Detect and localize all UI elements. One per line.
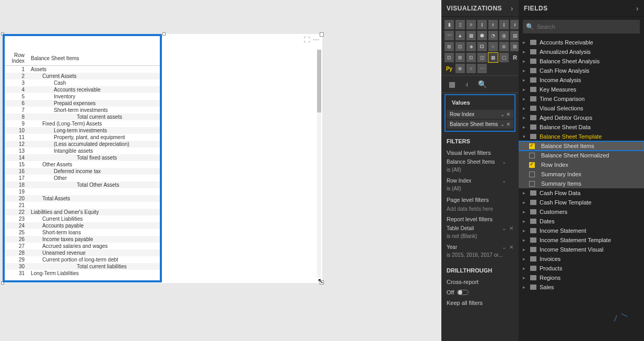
table-balance-sheet-data[interactable]: ▸Balance Sheet Data	[519, 122, 644, 132]
remove-icon[interactable]: ✕	[506, 111, 510, 117]
viz-type-icon[interactable]: ⊕	[455, 64, 465, 73]
viz-type-icon[interactable]: ▲	[455, 31, 465, 40]
table-row[interactable]: 28Unearned revenue	[5, 249, 160, 256]
viz-type-icon[interactable]: ▮	[444, 20, 454, 29]
viz-type-icon[interactable]: ◈	[466, 42, 476, 51]
table-visual-selections[interactable]: ▸Visual Selections	[519, 104, 644, 113]
fields-panel-header[interactable]: FIELDS ›	[519, 0, 644, 17]
checkbox[interactable]	[529, 181, 535, 187]
well-balance-sheet-items[interactable]: Balance Sheet Items ⌄ ✕	[447, 120, 513, 129]
expand-icon[interactable]: ⌄	[502, 159, 506, 165]
viz-type-icon[interactable]: ⊞	[455, 53, 465, 62]
viz-type-icon[interactable]: ⊡	[444, 53, 454, 62]
remove-icon[interactable]: ✕	[509, 225, 513, 231]
viz-type-icon[interactable]: ▦	[488, 53, 498, 62]
viz-type-icon[interactable]: ⫿	[499, 20, 509, 29]
viz-type-icon[interactable]: ◔	[488, 31, 498, 40]
collapse-icon[interactable]: ›	[511, 0, 513, 17]
viz-panel-header[interactable]: VISUALIZATIONS ›	[441, 0, 519, 17]
checkbox[interactable]	[529, 172, 535, 177]
fields-tab-icon[interactable]: ▦	[449, 80, 455, 88]
viz-type-icon[interactable]: ▦	[466, 31, 476, 40]
viz-type-icon[interactable]: ○	[488, 42, 498, 51]
table-row[interactable]: 17Other	[5, 175, 160, 181]
well-row-index[interactable]: Row Index ⌄ ✕	[447, 110, 513, 119]
well-menu[interactable]: ⌄ ✕	[500, 111, 510, 117]
table-row[interactable]: 20Total Assets	[5, 195, 160, 202]
table-row[interactable]: 13Intangible assets	[5, 147, 160, 154]
add-fields-placeholder[interactable]: Add data fields here	[441, 204, 519, 214]
viz-type-icon[interactable]: ▢	[499, 53, 509, 62]
viz-type-icon[interactable]: ⊡	[455, 42, 465, 51]
table-regions[interactable]: ▸Regions	[519, 273, 644, 282]
viz-type-icon[interactable]: ⊚	[499, 42, 509, 51]
resize-handle[interactable]	[162, 32, 166, 36]
table-row[interactable]: 31Long-Term Liabilities	[5, 270, 160, 277]
viz-type-icon[interactable]: ◍	[499, 31, 509, 40]
filter-year[interactable]: Year ⌄ ✕	[441, 242, 519, 252]
table-annualized-analysis[interactable]: ▸Annualized Analysis	[519, 47, 644, 56]
filter-row-index[interactable]: Row Index ⌄	[441, 176, 519, 186]
toggle-switch[interactable]	[457, 290, 469, 295]
remove-icon[interactable]: ✕	[506, 121, 510, 127]
table-income-statement[interactable]: ▸Income Statement	[519, 226, 644, 235]
table-sales[interactable]: ▸Sales	[519, 282, 644, 292]
table-row[interactable]: 14Total fixed assets	[5, 154, 160, 161]
table-row[interactable]: 16Deferred income tax	[5, 168, 160, 175]
checkbox[interactable]	[529, 143, 535, 149]
viz-type-icon[interactable]: ⬢	[477, 31, 487, 40]
format-tab-icon[interactable]: ⫞	[465, 80, 469, 88]
viz-type-icon[interactable]: 〰	[444, 31, 454, 40]
table-income-analysis[interactable]: ▸Income Analysis	[519, 75, 644, 85]
table-row[interactable]: 29Current portion of long-term debt	[5, 256, 160, 263]
table-row[interactable]: 7Short-term investments	[5, 107, 160, 113]
expand-icon[interactable]: ⌄	[502, 225, 506, 231]
table-row[interactable]: 22Liabilities and Owner's Equity	[5, 209, 160, 215]
viz-type-icon[interactable]: Py	[444, 64, 454, 73]
table-row[interactable]: 2Current Assets	[5, 73, 160, 79]
field-balance-sheet-normalized[interactable]: Balance Sheet Normalized	[519, 151, 644, 160]
analytics-tab-icon[interactable]: 🔍	[478, 80, 487, 88]
viz-type-icon[interactable]: ⫾	[488, 20, 498, 29]
viz-type-icon[interactable]: ⊡	[466, 53, 476, 62]
checkbox[interactable]	[529, 162, 535, 168]
viz-type-icon[interactable]: ⫿	[477, 20, 487, 29]
table-balance-sheet-analysis[interactable]: ▸Balance Sheet Analysis	[519, 56, 644, 66]
table-row[interactable]: 18Total Other Assets	[5, 181, 160, 188]
table-row[interactable]: 26Income taxes payable	[5, 236, 160, 243]
search-input[interactable]	[537, 24, 637, 30]
col-header-row-index[interactable]: Row Index	[5, 51, 28, 66]
table-row[interactable]: 23Current Liabilities	[5, 215, 160, 222]
remove-icon[interactable]: ✕	[509, 244, 513, 250]
table-cash-flow-data[interactable]: ▸Cash Flow Data	[519, 188, 644, 198]
viz-type-icon[interactable]: ⛋	[477, 42, 487, 51]
field-balance-sheet-items[interactable]: Balance Sheet Items	[519, 141, 644, 151]
table-invoices[interactable]: ▸Invoices	[519, 254, 644, 264]
table-dates[interactable]: ▸Dates	[519, 217, 644, 226]
filter-table-detail[interactable]: Table Detail ⌄ ✕	[441, 223, 519, 233]
table-row[interactable]: 25Short-term loans	[5, 229, 160, 236]
table-time-comparison[interactable]: ▸Time Comparison	[519, 94, 644, 104]
table-customers[interactable]: ▸Customers	[519, 207, 644, 217]
table-cash-flow-analysis[interactable]: ▸Cash Flow Analysis	[519, 66, 644, 75]
table-row[interactable]: 5Inventory	[5, 93, 160, 100]
scrollbar[interactable]	[317, 50, 321, 278]
filter-balance-sheet-items[interactable]: Balance Sheet Items ⌄	[441, 157, 519, 167]
fields-search[interactable]: 🔍	[523, 20, 640, 33]
table-row[interactable]: 30Total current liabilities	[5, 263, 160, 270]
cross-report-toggle-row[interactable]: Off	[441, 287, 519, 298]
more-options-icon[interactable]: ⋯	[313, 36, 319, 43]
table-row[interactable]: 21	[5, 202, 160, 209]
table-row[interactable]: 1Assets	[5, 66, 160, 73]
viz-type-icon[interactable]: ⊞	[444, 42, 454, 51]
expand-icon[interactable]: ⌄	[502, 178, 506, 184]
scroll-thumb[interactable]	[317, 50, 321, 112]
viz-type-icon[interactable]: ○	[466, 64, 476, 73]
collapse-icon[interactable]: ›	[636, 0, 639, 17]
table-row[interactable]: 4Accounts receivable	[5, 86, 160, 93]
field-summary-items[interactable]: Summary Items	[519, 179, 644, 188]
table-income-statement-template[interactable]: ▸Income Statement Template	[519, 235, 644, 245]
expand-icon[interactable]: ⌄	[502, 244, 506, 250]
table-key-measures[interactable]: ▸Key Measures	[519, 85, 644, 94]
viz-type-icon[interactable]: ≡	[466, 20, 476, 29]
